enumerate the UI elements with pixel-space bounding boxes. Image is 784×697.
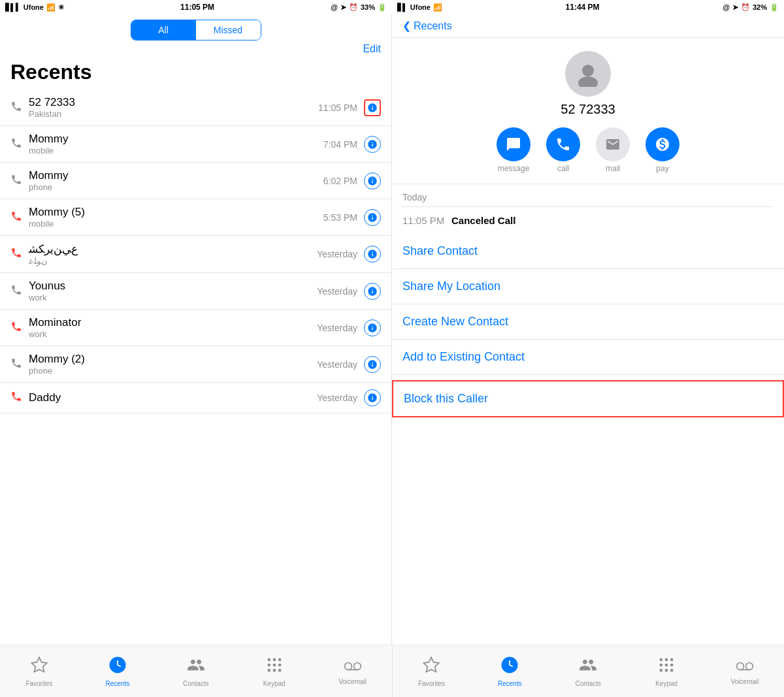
call-info: Younus work xyxy=(29,280,317,302)
call-action[interactable]: call xyxy=(546,127,580,173)
info-button[interactable] xyxy=(364,389,381,406)
tab-bar: Favorites Recents Contacts Keypad Voicem… xyxy=(0,645,784,697)
svg-point-19 xyxy=(665,658,668,661)
info-button[interactable] xyxy=(364,356,381,373)
wifi-icon-r: 📶 xyxy=(433,3,442,12)
call-name: Younus xyxy=(29,280,317,293)
call-info: Mommy (2) phone xyxy=(29,353,317,376)
svg-point-21 xyxy=(660,663,663,666)
tab-keypad[interactable]: Keypad xyxy=(627,645,706,697)
call-info: Mommy mobile xyxy=(29,133,323,155)
menu-item-1[interactable]: Share My Location xyxy=(392,269,784,304)
tab-recents[interactable]: Recents xyxy=(78,645,157,697)
menu-item-3[interactable]: Add to Existing Contact xyxy=(392,340,784,375)
info-icon xyxy=(367,393,378,403)
mail-action[interactable]: mail xyxy=(596,127,630,173)
call-sub: work xyxy=(29,329,317,339)
chevron-left-icon: ❮ xyxy=(402,20,411,32)
alarm-icon: ⏰ xyxy=(349,3,358,12)
avatar xyxy=(565,51,611,97)
signal-icon-r: ▋▌ xyxy=(397,3,408,12)
tab-contacts[interactable]: Contacts xyxy=(549,645,627,697)
svg-point-1 xyxy=(578,76,598,87)
people-icon xyxy=(579,656,597,674)
tab-favorites[interactable]: Favorites xyxy=(393,645,471,697)
menu-item-2[interactable]: Create New Contact xyxy=(392,304,784,340)
message-action[interactable]: message xyxy=(497,127,531,173)
tab-voicemail[interactable]: Voicemail xyxy=(706,645,784,697)
tab-recents[interactable]: Recents xyxy=(470,645,549,697)
wifi-icon: 📶 xyxy=(46,3,56,12)
missed-call-icon xyxy=(10,210,24,225)
call-time: 7:04 PM xyxy=(323,139,357,150)
tab-voicemail[interactable]: Voicemail xyxy=(314,645,392,697)
call-time: Yesterday xyxy=(317,249,357,259)
status-bars: ▋▌▍ Ufone 📶 ✳ 11:05 PM @ ➤ ⏰ 33% 🔋 ▋▌ Uf… xyxy=(0,0,784,14)
incoming-call-icon xyxy=(10,284,24,299)
right-panel: ❮ Recents 52 72333 xyxy=(392,14,784,645)
back-button[interactable]: ❮ Recents xyxy=(402,20,452,32)
grid-tab-icon xyxy=(265,656,284,678)
tab-keypad[interactable]: Keypad xyxy=(235,645,314,697)
missed-tab[interactable]: Missed xyxy=(196,20,261,40)
grid-tab-icon xyxy=(657,656,676,678)
tab-contacts[interactable]: Contacts xyxy=(157,645,235,697)
tab-favorites[interactable]: Favorites xyxy=(0,645,78,697)
info-button[interactable] xyxy=(364,99,381,116)
call-item: 52 72333 Pakistan 11:05 PM xyxy=(0,89,391,126)
left-header: Edit xyxy=(0,43,391,57)
location-icon-r: @ xyxy=(723,3,730,11)
left-carrier: Ufone xyxy=(24,3,44,11)
info-button[interactable] xyxy=(364,246,381,263)
menu-item-0[interactable]: Share Contact xyxy=(392,234,784,269)
clock-icon xyxy=(500,656,519,674)
info-button[interactable] xyxy=(364,136,381,153)
left-status-bar: ▋▌▍ Ufone 📶 ✳ 11:05 PM @ ➤ ⏰ 33% 🔋 xyxy=(0,0,392,14)
pay-action[interactable]: pay xyxy=(645,127,679,173)
svg-point-11 xyxy=(272,668,276,672)
info-button[interactable] xyxy=(364,172,381,189)
action-row: message call mail xyxy=(497,127,679,173)
tab-label-contacts: Contacts xyxy=(576,680,601,687)
tab-label-favorites: Favorites xyxy=(25,680,52,687)
message-circle xyxy=(497,127,531,161)
call-icon xyxy=(555,137,571,152)
history-time: 11:05 PM xyxy=(402,215,451,226)
signal-icon: ▋▌▍ xyxy=(5,3,21,12)
location-icon: @ xyxy=(331,3,338,11)
tab-label-favorites: Favorites xyxy=(418,680,445,687)
edit-button[interactable]: Edit xyxy=(363,43,381,55)
call-sub: phone xyxy=(29,366,317,376)
svg-point-0 xyxy=(582,65,594,76)
mail-label: mail xyxy=(606,164,620,173)
all-tab[interactable]: All xyxy=(131,20,196,40)
svg-point-6 xyxy=(278,658,282,661)
call-time: Yesterday xyxy=(317,286,357,297)
voicemail-icon xyxy=(344,660,362,672)
segment-control-row: All Missed xyxy=(0,14,391,43)
person-icon xyxy=(575,61,601,87)
call-time: 6:02 PM xyxy=(323,176,357,186)
block-caller-button[interactable]: Block this Caller xyxy=(392,380,784,417)
info-button[interactable] xyxy=(364,209,381,226)
call-time: 11:05 PM xyxy=(318,103,357,113)
missed-call-icon xyxy=(10,247,24,261)
svg-marker-16 xyxy=(424,657,439,672)
call-item: Mommy mobile 7:04 PM xyxy=(0,126,391,163)
pay-icon xyxy=(655,137,670,152)
call-name: Mommy (2) xyxy=(29,353,317,366)
left-battery: 33% xyxy=(361,3,375,11)
svg-point-14 xyxy=(353,662,361,670)
call-time: Yesterday xyxy=(317,323,357,333)
svg-point-10 xyxy=(267,668,270,672)
svg-point-23 xyxy=(670,663,674,666)
call-sub: Pakistan xyxy=(29,109,318,119)
svg-point-24 xyxy=(660,668,663,672)
call-info: Mommy (5) mobile xyxy=(29,206,323,229)
clock-tab-icon xyxy=(108,656,127,678)
info-button[interactable] xyxy=(364,319,381,336)
pay-label: pay xyxy=(656,164,668,173)
info-icon xyxy=(367,323,378,333)
left-carrier-info: ▋▌▍ Ufone 📶 ✳ xyxy=(5,3,64,12)
info-button[interactable] xyxy=(364,283,381,300)
